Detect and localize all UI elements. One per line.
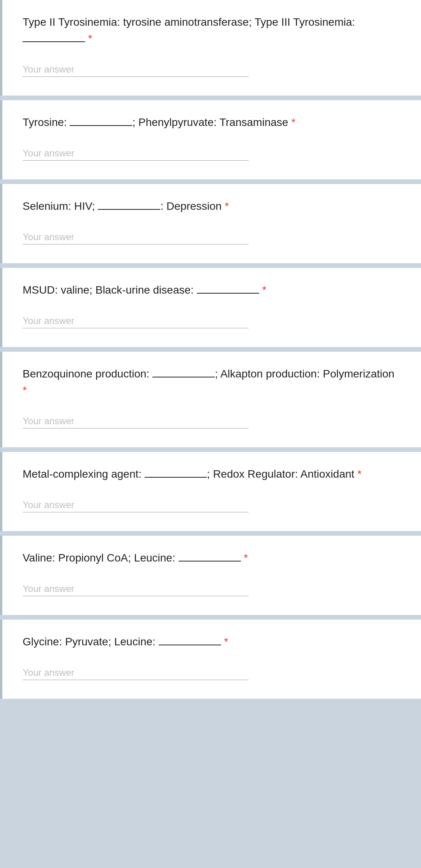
question-text-6: Metal-complexing agent: ; Redox Regulato… (23, 466, 401, 482)
question-text-5: Benzoquinone production: ; Alkapton prod… (23, 366, 401, 399)
blank-5 (152, 377, 215, 377)
question-text-2: Tyrosine: ; Phenylpyruvate: Transaminase… (23, 114, 401, 131)
answer-input-7[interactable] (23, 582, 249, 596)
question-text-4: MSUD: valine; Black-urine disease: * (23, 282, 401, 298)
question-card-4: MSUD: valine; Black-urine disease: * (0, 268, 421, 347)
required-star-3: * (225, 200, 229, 212)
answer-input-8[interactable] (23, 666, 249, 680)
question-card-2: Tyrosine: ; Phenylpyruvate: Transaminase… (0, 100, 421, 179)
required-star-5: * (23, 384, 27, 396)
required-star-2: * (291, 116, 295, 128)
answer-input-2[interactable] (23, 146, 249, 161)
question-text-1: Type II Tyrosinemia: tyrosine aminotrans… (23, 14, 401, 47)
answer-input-4[interactable] (23, 314, 249, 328)
required-star-1: * (88, 32, 92, 44)
question-card-7: Valine: Propionyl CoA; Leucine: * (0, 536, 421, 615)
question-card-6: Metal-complexing agent: ; Redox Regulato… (0, 452, 421, 531)
question-text-3: Selenium: HIV; : Depression * (23, 198, 401, 214)
blank-3 (98, 209, 160, 210)
question-card-3: Selenium: HIV; : Depression * (0, 184, 421, 263)
required-star-4: * (262, 284, 266, 296)
answer-input-5[interactable] (23, 414, 249, 429)
question-text-7: Valine: Propionyl CoA; Leucine: * (23, 550, 401, 566)
answer-input-3[interactable] (23, 230, 249, 244)
blank-4 (197, 293, 259, 294)
required-star-7: * (244, 552, 248, 564)
question-text-8: Glycine: Pyruvate; Leucine: * (23, 634, 401, 650)
question-card-1: Type II Tyrosinemia: tyrosine aminotrans… (0, 0, 421, 96)
blank-8 (159, 645, 221, 645)
blank-7 (179, 561, 241, 562)
required-star-6: * (357, 468, 362, 480)
blank-2 (70, 125, 132, 126)
answer-input-1[interactable] (23, 62, 249, 77)
blank-1 (23, 41, 85, 42)
answer-input-6[interactable] (23, 498, 249, 512)
question-card-8: Glycine: Pyruvate; Leucine: * (0, 620, 421, 699)
question-card-5: Benzoquinone production: ; Alkapton prod… (0, 352, 421, 447)
required-star-8: * (224, 636, 228, 648)
blank-6 (145, 477, 207, 478)
